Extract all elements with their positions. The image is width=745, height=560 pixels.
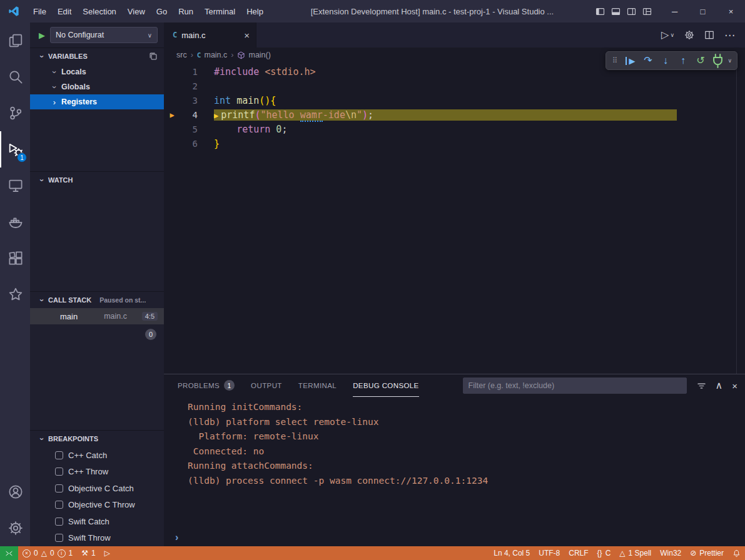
status-language-mode[interactable]: {}C xyxy=(593,546,616,560)
console-input[interactable]: › xyxy=(164,529,745,546)
activity-search[interactable] xyxy=(0,59,30,95)
breakpoint-checkbox[interactable] xyxy=(55,518,63,526)
close-button[interactable]: × xyxy=(717,0,745,22)
continue-button[interactable]: ▶ xyxy=(622,52,639,69)
logo-icon xyxy=(8,6,19,17)
console-line: (lldb) platform select remote-linux xyxy=(188,415,745,430)
breakpoint-checkbox[interactable] xyxy=(55,501,63,509)
status-text: Prettier xyxy=(699,549,724,558)
activity-settings[interactable] xyxy=(0,510,30,546)
run-or-debug-icon[interactable]: ▷∨ xyxy=(661,30,674,40)
activity-source-control[interactable] xyxy=(0,95,30,131)
minimize-button[interactable]: ─ xyxy=(661,0,689,22)
watch-header[interactable]: › WATCH xyxy=(30,172,164,188)
breakpoint-checkbox[interactable] xyxy=(55,484,63,492)
activity-accounts[interactable] xyxy=(0,474,30,510)
breakpoint-item[interactable]: C++ Throw xyxy=(30,464,164,481)
callstack-frame[interactable]: mainmain.c4:5 xyxy=(30,308,164,324)
panel-tab-debug-console[interactable]: DEBUG CONSOLE xyxy=(353,374,419,397)
maximize-button[interactable]: □ xyxy=(689,0,717,22)
settings-gear-icon[interactable] xyxy=(684,30,694,40)
chevron-down-icon[interactable]: ∨ xyxy=(727,58,734,64)
panel-tab-terminal[interactable]: TERMINAL xyxy=(298,374,337,397)
step-into-button[interactable]: ↓ xyxy=(657,52,674,69)
variables-header[interactable]: › VARIABLES xyxy=(30,48,164,64)
code-line[interactable]: 5 return 0; xyxy=(164,122,745,136)
menu-edit[interactable]: Edit xyxy=(52,7,77,16)
step-over-button[interactable]: ↷ xyxy=(639,52,656,69)
editor-scrollbar[interactable] xyxy=(736,62,745,374)
breakpoints-header[interactable]: › BREAKPOINTS xyxy=(30,431,164,447)
menu-run[interactable]: Run xyxy=(173,7,199,16)
status-notifications[interactable] xyxy=(728,546,745,560)
breakpoint-item[interactable]: Objective C Throw xyxy=(30,497,164,514)
menu-terminal[interactable]: Terminal xyxy=(199,7,241,16)
console-filter-input[interactable] xyxy=(463,378,687,394)
status-remote[interactable] xyxy=(0,546,18,560)
breakpoint-gutter[interactable]: ▶ xyxy=(164,111,180,119)
activity-extensions[interactable] xyxy=(0,240,30,276)
status-eol[interactable]: CRLF xyxy=(564,546,592,560)
menu-help[interactable]: Help xyxy=(241,7,269,16)
breakpoint-item[interactable]: Swift Catch xyxy=(30,513,164,530)
activity-explorer[interactable] xyxy=(0,22,30,59)
activity-favorites[interactable] xyxy=(0,276,30,312)
toggle-panel-icon[interactable] xyxy=(611,7,621,16)
debug-config-select[interactable]: No Configurat ∨ xyxy=(50,27,158,43)
breakpoint-checkbox[interactable] xyxy=(55,534,63,542)
breadcrumb-item[interactable]: src xyxy=(176,51,187,59)
close-icon[interactable]: × xyxy=(732,381,737,391)
toggle-sidebar-icon[interactable] xyxy=(595,7,605,16)
variables-item-globals[interactable]: ›Globals xyxy=(30,79,164,94)
activity-docker[interactable] xyxy=(0,204,30,240)
status-prettier[interactable]: ⊘Prettier xyxy=(686,546,728,560)
breakpoint-checkbox[interactable] xyxy=(55,468,63,476)
restart-button[interactable]: ↺ xyxy=(692,52,709,69)
filter-lines-icon[interactable] xyxy=(697,381,706,391)
close-tab-icon[interactable]: × xyxy=(244,30,250,41)
step-out-button[interactable]: ↑ xyxy=(674,52,691,69)
code-line[interactable]: ▶4▶printf("hello wamr-ide\n"); xyxy=(164,108,745,122)
code-editor[interactable]: 1#include <stdio.h>23int main(){▶4▶print… xyxy=(164,62,745,374)
breakpoint-item[interactable]: Objective C Catch xyxy=(30,480,164,497)
menu-view[interactable]: View xyxy=(122,7,151,16)
menu-go[interactable]: Go xyxy=(151,7,173,16)
variables-item-registers[interactable]: ›Registers xyxy=(30,94,164,109)
status-platform[interactable]: Win32 xyxy=(656,546,686,560)
breadcrumb-item[interactable]: main() xyxy=(237,51,270,59)
menu-selection[interactable]: Selection xyxy=(77,7,121,16)
breadcrumb-item[interactable]: Cmain.c xyxy=(197,51,227,59)
variables-item-locals[interactable]: ›Locals xyxy=(30,64,164,79)
console-output[interactable]: Running initCommands:(lldb) platform sel… xyxy=(164,397,745,529)
breakpoint-item[interactable]: Swift Throw xyxy=(30,530,164,547)
braces-icon: {} xyxy=(597,549,602,557)
panel-tab-output[interactable]: OUTPUT xyxy=(251,374,282,397)
status-spell[interactable]: △1 Spell xyxy=(615,546,656,560)
code-line[interactable]: 2 xyxy=(164,79,745,93)
status-cursor-position[interactable]: Ln 4, Col 5 xyxy=(489,546,534,560)
breakpoint-checkbox[interactable] xyxy=(55,451,63,459)
start-debugging-icon[interactable]: ▶ xyxy=(39,31,45,40)
customize-layout-icon[interactable] xyxy=(642,7,652,16)
more-actions-icon[interactable]: ⋯ xyxy=(724,30,735,41)
status-problems[interactable]: ×0△0i1 xyxy=(18,546,77,560)
code-line[interactable]: 6} xyxy=(164,136,745,151)
tab-main-c[interactable]: C main.c × xyxy=(164,22,256,48)
callstack-header[interactable]: › CALL STACK Paused on st... xyxy=(30,292,164,308)
status-toolchain[interactable]: ⚒1 xyxy=(77,546,99,560)
panel-tab-problems[interactable]: PROBLEMS1 xyxy=(178,374,235,397)
breakpoint-item[interactable]: C++ Catch xyxy=(30,447,164,464)
drag-handle-icon[interactable]: ⠿ xyxy=(609,56,622,65)
split-editor-icon[interactable] xyxy=(704,30,714,40)
activity-remote-explorer[interactable] xyxy=(0,168,30,204)
status-debug-status[interactable]: ▷ xyxy=(100,546,114,560)
activity-run-and-debug[interactable]: 1 xyxy=(0,131,30,168)
status-encoding[interactable]: UTF-8 xyxy=(534,546,564,560)
disconnect-button[interactable] xyxy=(709,52,726,69)
chevron-up-icon[interactable]: ∧ xyxy=(716,381,723,391)
menu-file[interactable]: File xyxy=(28,7,52,16)
toggle-secondary-sidebar-icon[interactable] xyxy=(627,7,636,16)
session-badge: 0 xyxy=(145,329,156,340)
collapse-all-icon[interactable] xyxy=(149,52,158,61)
code-line[interactable]: 3int main(){ xyxy=(164,93,745,108)
